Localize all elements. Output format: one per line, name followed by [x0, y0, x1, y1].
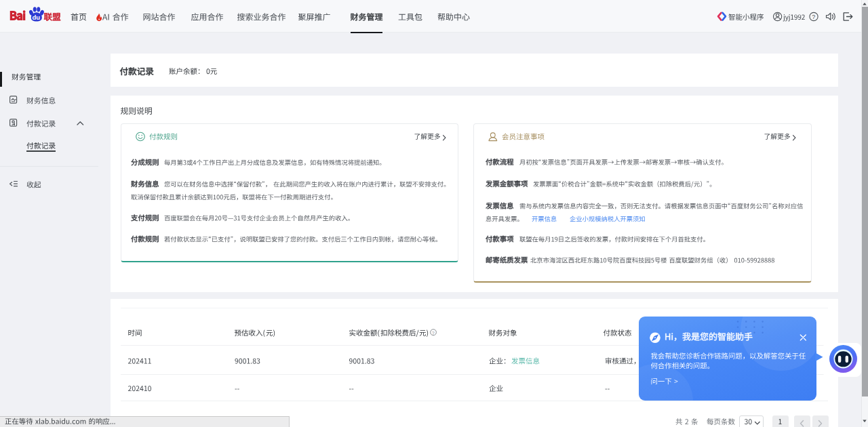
svg-text:du: du	[33, 14, 41, 21]
svg-text:?: ?	[812, 14, 815, 20]
svg-text:?: ?	[432, 331, 435, 336]
